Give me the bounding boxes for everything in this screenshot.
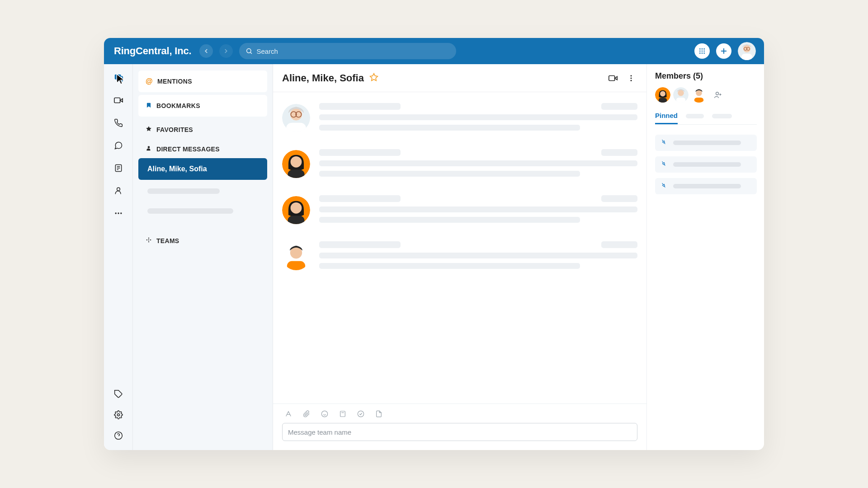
svg-point-44 bbox=[631, 77, 632, 79]
dm-conversation-label: Aline, Mike, Sofia bbox=[147, 165, 207, 173]
star-icon bbox=[146, 126, 152, 133]
dm-conversation-item[interactable]: Aline, Mike, Sofia bbox=[138, 158, 267, 180]
rail-apps-icon[interactable] bbox=[111, 387, 126, 401]
bookmarks-label: BOOKMARKS bbox=[156, 102, 200, 109]
profile-avatar[interactable] bbox=[738, 42, 756, 60]
at-icon: @ bbox=[146, 77, 153, 85]
rail-video-icon[interactable] bbox=[111, 93, 126, 108]
favorite-star-icon[interactable] bbox=[369, 73, 378, 84]
svg-rect-56 bbox=[288, 216, 304, 224]
search-bar[interactable] bbox=[239, 43, 456, 59]
members-row bbox=[655, 87, 757, 103]
app-window: RingCentral, Inc. bbox=[104, 38, 764, 450]
pinned-item[interactable] bbox=[655, 156, 757, 173]
svg-point-5 bbox=[699, 51, 701, 52]
svg-point-3 bbox=[702, 48, 703, 50]
rail-contacts-icon[interactable] bbox=[111, 183, 126, 198]
svg-line-1 bbox=[251, 52, 252, 54]
svg-point-34 bbox=[148, 146, 150, 148]
message-item bbox=[282, 195, 637, 224]
rail-text-icon[interactable] bbox=[111, 138, 126, 153]
svg-rect-72 bbox=[676, 98, 685, 103]
chat-area: Aline, Mike, Sofia bbox=[273, 64, 646, 450]
message-avatar bbox=[282, 196, 310, 224]
compose-emoji-icon[interactable] bbox=[321, 410, 329, 418]
svg-point-9 bbox=[702, 52, 703, 54]
message-item bbox=[282, 241, 637, 270]
dm-placeholder bbox=[138, 202, 267, 220]
svg-point-36 bbox=[146, 239, 147, 240]
compose-file-icon[interactable] bbox=[375, 410, 383, 418]
nav-forward-button[interactable] bbox=[219, 44, 233, 58]
svg-point-7 bbox=[703, 51, 705, 52]
member-avatar[interactable] bbox=[655, 87, 670, 103]
rail-message-icon[interactable] bbox=[111, 70, 126, 85]
rail-settings-icon[interactable] bbox=[111, 408, 126, 422]
member-avatar[interactable] bbox=[691, 87, 707, 103]
pinned-list bbox=[655, 135, 757, 194]
member-avatar[interactable] bbox=[673, 87, 689, 103]
rail-tasks-icon[interactable] bbox=[111, 161, 126, 175]
new-button[interactable] bbox=[716, 43, 731, 59]
favorites-label: FAVORITES bbox=[156, 126, 193, 133]
pinned-item[interactable] bbox=[655, 178, 757, 194]
svg-point-68 bbox=[660, 91, 665, 97]
svg-point-26 bbox=[117, 188, 120, 191]
svg-rect-75 bbox=[694, 98, 703, 103]
compose-toolbar bbox=[282, 408, 637, 423]
compose-note-icon[interactable] bbox=[339, 410, 347, 418]
rail-more-icon[interactable] bbox=[111, 206, 126, 221]
svg-point-27 bbox=[115, 212, 116, 214]
video-call-button[interactable] bbox=[607, 72, 619, 84]
rail-phone-icon[interactable] bbox=[111, 116, 126, 130]
svg-point-55 bbox=[291, 202, 302, 214]
pinned-item[interactable] bbox=[655, 135, 757, 151]
svg-point-43 bbox=[631, 75, 632, 76]
svg-point-2 bbox=[699, 48, 701, 50]
search-input[interactable] bbox=[256, 47, 450, 55]
compose-format-icon[interactable] bbox=[285, 410, 293, 418]
svg-rect-53 bbox=[288, 169, 304, 178]
svg-point-30 bbox=[117, 414, 119, 416]
svg-point-76 bbox=[716, 92, 719, 95]
mentions-label: MENTIONS bbox=[157, 78, 192, 85]
dialpad-button[interactable] bbox=[694, 43, 710, 59]
app-body: @ MENTIONS BOOKMARKS FAVORITES DIRECT bbox=[104, 64, 764, 450]
message-avatar bbox=[282, 242, 310, 270]
compose-input-box[interactable] bbox=[282, 423, 637, 441]
pin-icon bbox=[660, 160, 667, 169]
svg-point-61 bbox=[321, 411, 327, 417]
members-panel: Members (5) Pinned bbox=[646, 64, 764, 450]
members-title: Members (5) bbox=[655, 71, 757, 81]
add-member-button[interactable] bbox=[711, 88, 725, 102]
chat-more-button[interactable] bbox=[625, 72, 637, 84]
rail-help-icon[interactable] bbox=[111, 428, 126, 443]
svg-marker-21 bbox=[120, 99, 123, 102]
brand-title: RingCentral, Inc. bbox=[114, 45, 191, 57]
svg-point-29 bbox=[120, 212, 122, 214]
compose-task-icon[interactable] bbox=[357, 410, 365, 418]
tab-placeholder bbox=[686, 114, 704, 118]
message-avatar bbox=[282, 104, 310, 132]
svg-marker-40 bbox=[370, 73, 378, 80]
message-item bbox=[282, 103, 637, 132]
svg-point-52 bbox=[291, 156, 302, 168]
sidebar-bookmarks[interactable]: BOOKMARKS bbox=[138, 95, 267, 117]
direct-messages-section[interactable]: DIRECT MESSAGES bbox=[138, 139, 267, 155]
message-list bbox=[273, 92, 646, 404]
nav-back-button[interactable] bbox=[199, 44, 213, 58]
svg-point-39 bbox=[148, 239, 149, 240]
teams-section[interactable]: TEAMS bbox=[138, 230, 267, 247]
svg-point-31 bbox=[114, 432, 122, 440]
svg-point-28 bbox=[118, 212, 119, 214]
sidebar-mentions[interactable]: @ MENTIONS bbox=[138, 70, 267, 92]
compose-input[interactable] bbox=[288, 428, 632, 436]
svg-rect-17 bbox=[741, 54, 752, 60]
app-header: RingCentral, Inc. bbox=[104, 38, 764, 64]
svg-rect-20 bbox=[114, 98, 120, 103]
svg-rect-41 bbox=[609, 75, 615, 80]
favorites-section[interactable]: FAVORITES bbox=[138, 119, 267, 136]
svg-point-71 bbox=[678, 90, 684, 96]
compose-attach-icon[interactable] bbox=[303, 410, 311, 418]
pinned-tab[interactable]: Pinned bbox=[655, 112, 678, 124]
